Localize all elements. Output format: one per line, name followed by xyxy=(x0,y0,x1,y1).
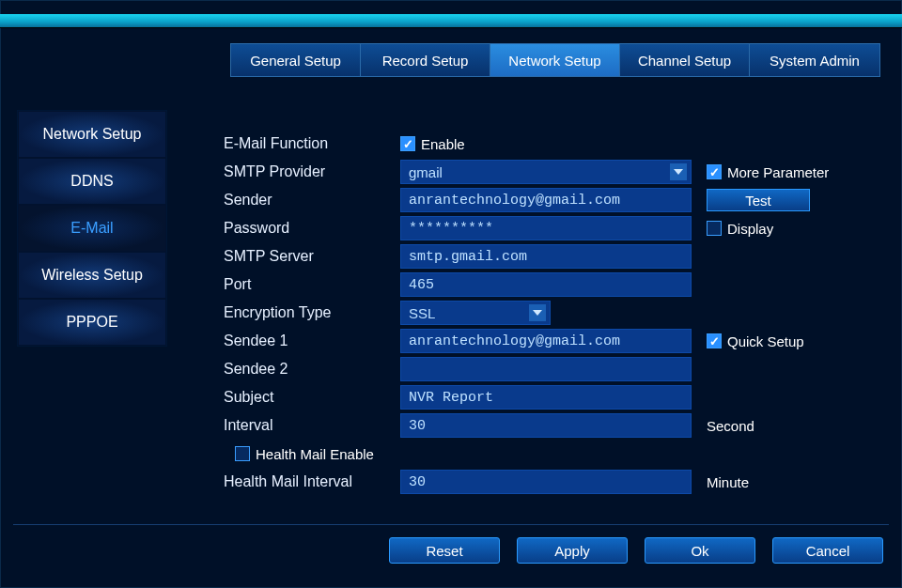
label-sendee1: Sendee 1 xyxy=(224,333,400,349)
sidebar-item-email[interactable]: E-Mail xyxy=(18,205,166,252)
accent-bar xyxy=(0,14,902,27)
input-sendee2-text[interactable] xyxy=(409,362,683,378)
separator xyxy=(13,524,889,525)
button-reset[interactable]: Reset xyxy=(389,537,500,564)
button-test[interactable]: Test xyxy=(707,189,810,211)
label-smtp-server: SMTP Server xyxy=(224,248,400,265)
input-password-text[interactable] xyxy=(409,221,683,237)
dropdown-caret-icon xyxy=(670,163,687,180)
input-smtp-server-text[interactable] xyxy=(409,249,683,265)
button-apply[interactable]: Apply xyxy=(517,537,628,564)
button-ok[interactable]: Ok xyxy=(645,537,755,564)
label-sendee2: Sendee 2 xyxy=(224,361,400,378)
unit-interval: Second xyxy=(707,418,754,434)
input-smtp-server[interactable] xyxy=(400,244,692,269)
label-more-parameter: More Parameter xyxy=(727,164,829,180)
input-sendee1-text[interactable] xyxy=(409,333,683,349)
tab-channel-setup[interactable]: Channel Setup xyxy=(620,44,750,76)
sidebar-item-wireless-setup[interactable]: Wireless Setup xyxy=(18,252,166,299)
select-encryption-type[interactable]: SSL xyxy=(400,301,551,325)
sidebar: Network Setup DDNS E-Mail Wireless Setup… xyxy=(17,110,167,347)
input-sender[interactable] xyxy=(400,188,692,212)
checkbox-enable[interactable] xyxy=(400,136,415,151)
label-health-interval: Health Mail Interval xyxy=(224,473,400,490)
input-interval[interactable] xyxy=(400,413,692,438)
input-password[interactable] xyxy=(400,216,692,240)
checkbox-more-parameter[interactable] xyxy=(707,164,722,179)
value-smtp-provider: gmail xyxy=(409,164,443,180)
tab-system-admin[interactable]: System Admin xyxy=(750,44,879,76)
label-smtp-provider: SMTP Provider xyxy=(224,163,400,180)
label-display: Display xyxy=(727,221,773,237)
checkbox-quick-setup[interactable] xyxy=(707,333,722,348)
checkbox-health-mail-enable[interactable] xyxy=(235,446,250,461)
sidebar-item-network-setup[interactable]: Network Setup xyxy=(18,111,166,158)
sidebar-item-ddns[interactable]: DDNS xyxy=(18,158,166,205)
label-email-function: E-Mail Function xyxy=(224,135,400,152)
tab-record-setup[interactable]: Record Setup xyxy=(361,44,490,76)
input-health-interval[interactable] xyxy=(400,470,692,494)
bottom-button-row: Reset Apply Ok Cancel xyxy=(389,537,883,564)
dropdown-caret-icon xyxy=(529,304,546,321)
label-interval: Interval xyxy=(224,417,400,434)
label-enable: Enable xyxy=(421,136,465,152)
unit-health-interval: Minute xyxy=(707,474,749,490)
label-health-enable-wrap: Health Mail Enable xyxy=(224,446,400,462)
top-tabbar: General Setup Record Setup Network Setup… xyxy=(230,43,880,77)
select-smtp-provider[interactable]: gmail xyxy=(400,160,692,184)
label-quick-setup: Quick Setup xyxy=(727,333,804,349)
label-password: Password xyxy=(224,220,400,237)
checkbox-display[interactable] xyxy=(707,221,722,236)
label-health-mail-enable: Health Mail Enable xyxy=(256,446,374,462)
button-cancel[interactable]: Cancel xyxy=(772,537,883,564)
input-port[interactable] xyxy=(400,272,692,297)
label-port: Port xyxy=(224,276,400,293)
input-sendee1[interactable] xyxy=(400,329,692,353)
input-port-text[interactable] xyxy=(409,277,683,293)
input-health-interval-text[interactable] xyxy=(409,474,683,490)
label-subject: Subject xyxy=(224,389,400,406)
sidebar-item-pppoe[interactable]: PPPOE xyxy=(18,299,166,346)
input-sender-text[interactable] xyxy=(409,193,683,209)
label-sender: Sender xyxy=(224,192,400,209)
input-subject-text[interactable] xyxy=(409,390,683,406)
tab-general-setup[interactable]: General Setup xyxy=(231,44,361,76)
input-interval-text[interactable] xyxy=(409,418,683,434)
value-encryption-type: SSL xyxy=(409,305,435,321)
tab-network-setup[interactable]: Network Setup xyxy=(490,44,620,76)
email-form: E-Mail Function Enable SMTP Provider gma… xyxy=(224,130,881,496)
label-encryption: Encryption Type xyxy=(224,304,400,321)
input-subject[interactable] xyxy=(400,385,692,410)
input-sendee2[interactable] xyxy=(400,357,692,381)
